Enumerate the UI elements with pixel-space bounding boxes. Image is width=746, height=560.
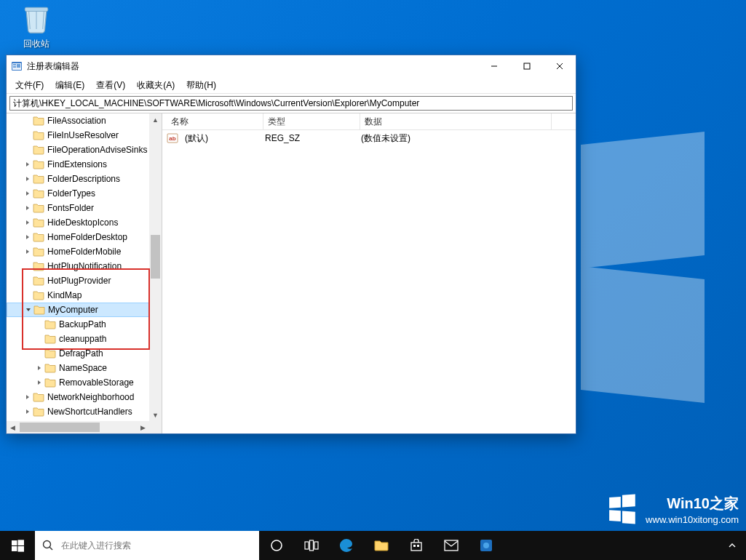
scroll-thumb-h[interactable] — [20, 423, 100, 432]
tree-expander-icon[interactable] — [23, 217, 33, 228]
maximize-button[interactable] — [510, 55, 543, 77]
svg-rect-17 — [17, 540, 24, 545]
horizontal-scrollbar[interactable]: ◀ ▶ — [7, 421, 162, 433]
svg-point-20 — [44, 541, 51, 548]
tree-item-newshortcuthandlers[interactable]: NewShortcutHandlers — [7, 404, 149, 419]
tree-expander-icon[interactable] — [34, 363, 44, 373]
addressbar — [7, 94, 576, 113]
tree-item-label: MyComputer — [48, 305, 98, 315]
titlebar[interactable]: 注册表编辑器 — [7, 55, 576, 77]
svg-rect-16 — [12, 540, 17, 545]
tree-item-hidedesktopicons[interactable]: HideDesktopIcons — [7, 215, 149, 230]
list-body[interactable]: ab(默认)REG_SZ(数值未设置) — [162, 130, 576, 433]
list-row[interactable]: ab(默认)REG_SZ(数值未设置) — [164, 132, 574, 145]
taskview-icon — [304, 540, 319, 551]
system-tray[interactable] — [721, 531, 746, 560]
tree-expander-icon[interactable] — [23, 407, 33, 417]
folder-icon — [44, 334, 56, 344]
tree-item-fileinuseresolver[interactable]: FileInUseResolver — [7, 128, 149, 143]
col-name[interactable]: 名称 — [167, 113, 263, 130]
svg-line-21 — [49, 547, 52, 550]
tree-item-namespace[interactable]: NameSpace — [7, 361, 149, 375]
tree-scroll[interactable]: FileAssociationFileInUseResolverFileOper… — [7, 113, 149, 421]
tree-item-foldertypes[interactable]: FolderTypes — [7, 186, 149, 201]
tree-expander-icon[interactable] — [23, 232, 33, 242]
tree-item-hotplugprovider[interactable]: HotPlugProvider — [7, 273, 149, 288]
svg-point-22 — [271, 540, 282, 551]
taskbar-store[interactable] — [399, 531, 434, 560]
tree-item-folderdescriptions[interactable]: FolderDescriptions — [7, 172, 149, 186]
tree-item-hotplugnotification[interactable]: HotPlugNotification — [7, 259, 149, 273]
folder-icon — [33, 261, 44, 271]
taskbar-taskview[interactable] — [294, 531, 329, 560]
list-pane: 名称 类型 数据 ab(默认)REG_SZ(数值未设置) — [162, 113, 576, 433]
tree-expander-icon[interactable] — [23, 305, 33, 315]
tree-item-defragpath[interactable]: DefragPath — [7, 346, 149, 361]
minimize-button[interactable] — [477, 55, 510, 77]
tree-expander-icon[interactable] — [34, 377, 44, 388]
list-header[interactable]: 名称 类型 数据 — [162, 113, 576, 130]
svg-rect-7 — [524, 63, 530, 69]
tree-item-label: NewShortcutHandlers — [47, 407, 132, 417]
tree-expander-icon[interactable] — [23, 188, 33, 199]
tree-expander-icon[interactable] — [23, 203, 33, 213]
edge-icon — [339, 538, 354, 553]
svg-rect-28 — [417, 545, 419, 547]
svg-rect-0 — [25, 7, 48, 11]
scroll-down-button[interactable]: ▼ — [149, 409, 162, 421]
tree-item-homefoldermobile[interactable]: HomeFolderMobile — [7, 244, 149, 259]
window-title: 注册表编辑器 — [27, 60, 79, 73]
taskbar-mail[interactable] — [434, 531, 469, 560]
tree-item-removablestorage[interactable]: RemovableStorage — [7, 375, 149, 390]
folder-icon — [33, 290, 44, 300]
vertical-scrollbar[interactable]: ▲ ▼ — [149, 113, 162, 421]
col-type[interactable]: 类型 — [263, 113, 360, 130]
menu-file[interactable]: 文件(F) — [9, 78, 49, 93]
menubar: 文件(F) 编辑(E) 查看(V) 收藏夹(A) 帮助(H) — [7, 77, 576, 94]
col-data[interactable]: 数据 — [360, 113, 552, 130]
regedit-window: 注册表编辑器 文件(F) 编辑(E) 查看(V) 收藏夹(A) 帮助(H) Fi… — [6, 55, 576, 434]
string-value-icon: ab — [167, 133, 178, 143]
menu-view[interactable]: 查看(V) — [90, 78, 131, 93]
taskbar-app[interactable] — [469, 531, 504, 560]
tree-item-fileoperationadvisesinks[interactable]: FileOperationAdviseSinks — [7, 143, 149, 157]
close-button[interactable] — [543, 55, 576, 77]
svg-rect-13 — [622, 495, 635, 508]
menu-favorites[interactable]: 收藏夹(A) — [131, 78, 180, 93]
scroll-thumb-v[interactable] — [151, 235, 160, 279]
scroll-left-button[interactable]: ◀ — [7, 421, 19, 433]
taskbar-cortana[interactable] — [259, 531, 294, 560]
tree-item-networkneighborhood[interactable]: NetworkNeighborhood — [7, 390, 149, 404]
tree-item-label: FindExtensions — [47, 159, 107, 169]
tree-item-cleanuppath[interactable]: cleanuppath — [7, 332, 149, 346]
tree-expander-icon — [23, 276, 33, 286]
taskbar-explorer[interactable] — [364, 531, 399, 560]
desktop-icon-recycle-bin[interactable]: 回收站 — [11, 4, 62, 50]
taskbar-edge[interactable] — [329, 531, 364, 560]
tree-item-mycomputer[interactable]: MyComputer — [7, 303, 149, 317]
tree-item-fileassociation[interactable]: FileAssociation — [7, 113, 149, 128]
tree-item-backuppath[interactable]: BackupPath — [7, 317, 149, 332]
scroll-right-button[interactable]: ▶ — [137, 421, 149, 433]
tree-item-findextensions[interactable]: FindExtensions — [7, 157, 149, 172]
tree-expander-icon[interactable] — [23, 392, 33, 402]
address-input[interactable] — [9, 96, 573, 111]
tree-expander-icon[interactable] — [23, 247, 33, 257]
chevron-up-icon — [728, 541, 737, 550]
menu-help[interactable]: 帮助(H) — [180, 78, 222, 93]
start-button[interactable] — [0, 531, 35, 560]
tree-item-label: FolderDescriptions — [47, 174, 120, 184]
taskbar-search[interactable]: 在此键入进行搜索 — [35, 531, 259, 560]
scroll-up-button[interactable]: ▲ — [149, 113, 162, 126]
tree-expander-icon[interactable] — [23, 159, 33, 169]
tree-expander-icon[interactable] — [23, 174, 33, 184]
menu-edit[interactable]: 编辑(E) — [49, 78, 90, 93]
svg-rect-3 — [13, 64, 16, 65]
tray-chevron[interactable] — [721, 531, 743, 560]
tree-item-kindmap[interactable]: KindMap — [7, 288, 149, 303]
tree-item-homefolderdesktop[interactable]: HomeFolderDesktop — [7, 230, 149, 244]
folder-icon — [33, 203, 44, 213]
tree-item-fontsfolder[interactable]: FontsFolder — [7, 201, 149, 215]
folder-icon — [33, 232, 44, 242]
tree-expander-icon — [23, 116, 33, 126]
